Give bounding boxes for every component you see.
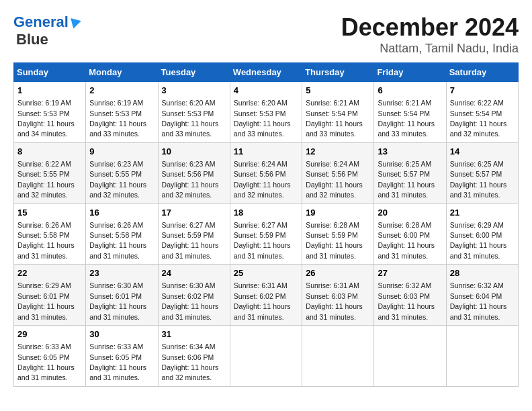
logo: General Blue — [13, 13, 81, 48]
calendar-cell: 16Sunrise: 6:26 AMSunset: 5:58 PMDayligh… — [86, 203, 158, 265]
day-number: 23 — [89, 267, 154, 279]
day-details: Sunrise: 6:30 AMSunset: 6:01 PMDaylight:… — [89, 281, 146, 320]
day-number: 21 — [450, 207, 515, 219]
day-details: Sunrise: 6:23 AMSunset: 5:56 PMDaylight:… — [162, 160, 219, 199]
day-details: Sunrise: 6:29 AMSunset: 6:01 PMDaylight:… — [17, 281, 75, 320]
logo-text-blue: Blue — [16, 31, 48, 48]
calendar-cell: 26Sunrise: 6:31 AMSunset: 6:03 PMDayligh… — [302, 265, 374, 326]
calendar-cell — [230, 326, 302, 387]
day-details: Sunrise: 6:20 AMSunset: 5:53 PMDaylight:… — [234, 99, 291, 138]
day-number: 4 — [234, 85, 298, 97]
week-row-3: 15Sunrise: 6:26 AMSunset: 5:58 PMDayligh… — [14, 203, 519, 265]
calendar-cell: 13Sunrise: 6:25 AMSunset: 5:57 PMDayligh… — [374, 142, 446, 203]
calendar-cell: 23Sunrise: 6:30 AMSunset: 6:01 PMDayligh… — [86, 265, 158, 326]
calendar-cell: 6Sunrise: 6:21 AMSunset: 5:54 PMDaylight… — [374, 82, 446, 143]
day-details: Sunrise: 6:24 AMSunset: 5:56 PMDaylight:… — [306, 160, 363, 199]
day-number: 10 — [162, 146, 226, 158]
calendar-cell: 27Sunrise: 6:32 AMSunset: 6:03 PMDayligh… — [374, 265, 446, 326]
day-details: Sunrise: 6:31 AMSunset: 6:02 PMDaylight:… — [234, 281, 291, 320]
calendar-cell: 10Sunrise: 6:23 AMSunset: 5:56 PMDayligh… — [158, 142, 230, 203]
calendar-cell: 20Sunrise: 6:28 AMSunset: 6:00 PMDayligh… — [374, 203, 446, 265]
day-details: Sunrise: 6:27 AMSunset: 5:59 PMDaylight:… — [234, 221, 291, 260]
day-details: Sunrise: 6:20 AMSunset: 5:53 PMDaylight:… — [162, 99, 219, 138]
day-number: 24 — [162, 267, 226, 279]
calendar-cell: 9Sunrise: 6:23 AMSunset: 5:55 PMDaylight… — [86, 142, 158, 203]
day-number: 28 — [450, 267, 515, 279]
day-header-saturday: Saturday — [446, 63, 518, 82]
header-row: SundayMondayTuesdayWednesdayThursdayFrid… — [14, 63, 519, 82]
day-details: Sunrise: 6:32 AMSunset: 6:04 PMDaylight:… — [450, 281, 507, 320]
day-number: 17 — [162, 207, 226, 219]
day-number: 29 — [17, 328, 82, 340]
calendar-cell — [302, 326, 374, 387]
day-details: Sunrise: 6:26 AMSunset: 5:58 PMDaylight:… — [89, 221, 146, 260]
calendar-subtitle: Nattam, Tamil Nadu, India — [341, 42, 519, 56]
day-header-friday: Friday — [374, 63, 446, 82]
calendar-cell: 28Sunrise: 6:32 AMSunset: 6:04 PMDayligh… — [446, 265, 518, 326]
day-details: Sunrise: 6:27 AMSunset: 5:59 PMDaylight:… — [162, 221, 219, 260]
calendar-cell — [374, 326, 446, 387]
calendar-cell: 29Sunrise: 6:33 AMSunset: 6:05 PMDayligh… — [14, 326, 86, 387]
week-row-5: 29Sunrise: 6:33 AMSunset: 6:05 PMDayligh… — [14, 326, 519, 387]
calendar-cell: 19Sunrise: 6:28 AMSunset: 5:59 PMDayligh… — [302, 203, 374, 265]
calendar-cell: 31Sunrise: 6:34 AMSunset: 6:06 PMDayligh… — [158, 326, 230, 387]
calendar-cell: 8Sunrise: 6:22 AMSunset: 5:55 PMDaylight… — [14, 142, 86, 203]
calendar-cell — [446, 326, 518, 387]
day-number: 7 — [450, 85, 515, 97]
calendar-cell: 7Sunrise: 6:22 AMSunset: 5:54 PMDaylight… — [446, 82, 518, 143]
day-details: Sunrise: 6:33 AMSunset: 6:05 PMDaylight:… — [89, 342, 146, 381]
day-number: 13 — [378, 146, 442, 158]
day-number: 15 — [17, 207, 82, 219]
day-header-monday: Monday — [86, 63, 158, 82]
day-number: 20 — [378, 207, 442, 219]
day-header-wednesday: Wednesday — [230, 63, 302, 82]
calendar-cell: 14Sunrise: 6:25 AMSunset: 5:57 PMDayligh… — [446, 142, 518, 203]
day-header-sunday: Sunday — [14, 63, 86, 82]
day-number: 22 — [17, 267, 82, 279]
logo-text-general: General — [13, 13, 69, 31]
day-header-thursday: Thursday — [302, 63, 374, 82]
title-block: December 2024 Nattam, Tamil Nadu, India — [341, 13, 519, 56]
calendar-cell: 25Sunrise: 6:31 AMSunset: 6:02 PMDayligh… — [230, 265, 302, 326]
day-details: Sunrise: 6:28 AMSunset: 6:00 PMDaylight:… — [378, 221, 435, 260]
day-details: Sunrise: 6:29 AMSunset: 6:00 PMDaylight:… — [450, 221, 507, 260]
day-number: 18 — [234, 207, 298, 219]
day-details: Sunrise: 6:23 AMSunset: 5:55 PMDaylight:… — [89, 160, 146, 199]
week-row-1: 1Sunrise: 6:19 AMSunset: 5:53 PMDaylight… — [14, 82, 519, 143]
day-number: 1 — [17, 85, 82, 97]
day-number: 8 — [17, 146, 82, 158]
calendar-cell: 5Sunrise: 6:21 AMSunset: 5:54 PMDaylight… — [302, 82, 374, 143]
calendar-cell: 3Sunrise: 6:20 AMSunset: 5:53 PMDaylight… — [158, 82, 230, 143]
week-row-4: 22Sunrise: 6:29 AMSunset: 6:01 PMDayligh… — [14, 265, 519, 326]
calendar-cell: 11Sunrise: 6:24 AMSunset: 5:56 PMDayligh… — [230, 142, 302, 203]
calendar-cell: 22Sunrise: 6:29 AMSunset: 6:01 PMDayligh… — [14, 265, 86, 326]
day-number: 5 — [306, 85, 370, 97]
day-number: 6 — [378, 85, 442, 97]
day-number: 25 — [234, 267, 298, 279]
day-details: Sunrise: 6:22 AMSunset: 5:54 PMDaylight:… — [450, 99, 507, 138]
day-number: 14 — [450, 146, 515, 158]
day-number: 27 — [378, 267, 442, 279]
day-number: 31 — [162, 328, 226, 340]
day-number: 11 — [234, 146, 298, 158]
calendar-cell: 15Sunrise: 6:26 AMSunset: 5:58 PMDayligh… — [14, 203, 86, 265]
day-details: Sunrise: 6:25 AMSunset: 5:57 PMDaylight:… — [378, 160, 435, 199]
day-details: Sunrise: 6:30 AMSunset: 6:02 PMDaylight:… — [162, 281, 219, 320]
day-number: 9 — [89, 146, 154, 158]
calendar-cell: 12Sunrise: 6:24 AMSunset: 5:56 PMDayligh… — [302, 142, 374, 203]
day-number: 26 — [306, 267, 370, 279]
day-details: Sunrise: 6:21 AMSunset: 5:54 PMDaylight:… — [306, 99, 363, 138]
day-number: 16 — [89, 207, 154, 219]
day-number: 19 — [306, 207, 370, 219]
day-header-tuesday: Tuesday — [158, 63, 230, 82]
day-details: Sunrise: 6:21 AMSunset: 5:54 PMDaylight:… — [378, 99, 435, 138]
day-details: Sunrise: 6:19 AMSunset: 5:53 PMDaylight:… — [89, 99, 146, 138]
day-details: Sunrise: 6:22 AMSunset: 5:55 PMDaylight:… — [17, 160, 75, 199]
logo-arrow-icon — [71, 15, 83, 28]
day-details: Sunrise: 6:33 AMSunset: 6:05 PMDaylight:… — [17, 342, 75, 381]
day-details: Sunrise: 6:28 AMSunset: 5:59 PMDaylight:… — [306, 221, 363, 260]
calendar-cell: 1Sunrise: 6:19 AMSunset: 5:53 PMDaylight… — [14, 82, 86, 143]
calendar-cell: 4Sunrise: 6:20 AMSunset: 5:53 PMDaylight… — [230, 82, 302, 143]
day-number: 12 — [306, 146, 370, 158]
day-details: Sunrise: 6:19 AMSunset: 5:53 PMDaylight:… — [17, 99, 75, 138]
